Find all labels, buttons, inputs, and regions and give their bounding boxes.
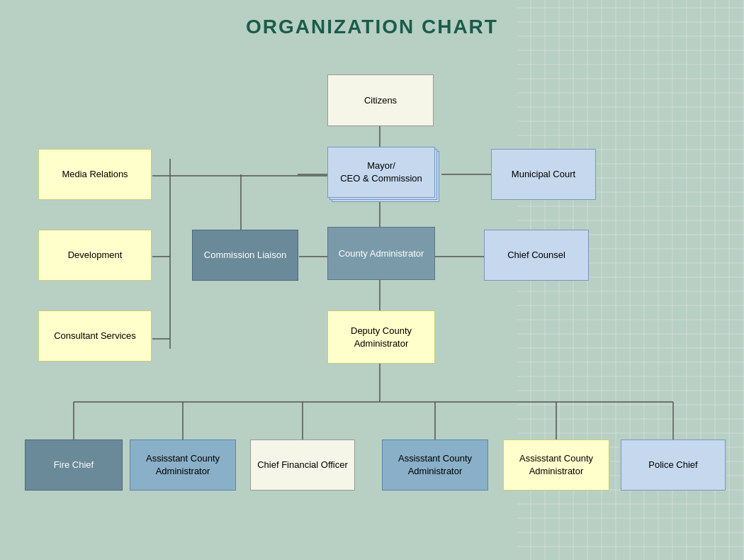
municipal-court-box: Municipal Court (491, 149, 596, 200)
development-label: Development (68, 249, 123, 262)
asst-county-admin2-label: Assisstant County Administrator (388, 452, 482, 477)
police-chief-label: Police Chief (648, 459, 697, 471)
fire-chief-box: Fire Chief (25, 439, 123, 491)
deputy-county-admin-box: Deputy County Administrator (327, 310, 435, 364)
fire-chief-label: Fire Chief (54, 459, 94, 471)
deputy-county-admin-label: Deputy County Administrator (334, 325, 429, 349)
municipal-court-label: Municipal Court (512, 168, 575, 181)
chief-counsel-label: Chief Counsel (507, 249, 565, 262)
chart-container: ORGANIZATION CHART (0, 0, 744, 560)
asst-county-admin1-box: Assisstant County Administrator (130, 439, 236, 491)
media-relations-label: Media Relations (62, 168, 128, 181)
cfo-label: Chief Financial Officer (257, 459, 348, 471)
asst-county-admin3-box: Assisstant County Administrator (503, 439, 609, 491)
cfo-box: Chief Financial Officer (250, 439, 355, 491)
page-title: ORGANIZATION CHART (0, 0, 744, 38)
commission-liaison-label: Commission Liaison (204, 249, 286, 262)
media-relations-box: Media Relations (38, 149, 152, 200)
police-chief-box: Police Chief (621, 439, 726, 491)
asst-county-admin3-label: Assisstant County Administrator (509, 452, 603, 477)
citizens-box: Citizens (327, 74, 434, 126)
county-admin-box: County Administrator (327, 227, 435, 280)
mayor-box: Mayor/CEO & Commission (327, 147, 435, 198)
commission-liaison-box: Commission Liaison (192, 230, 298, 281)
mayor-label: Mayor/CEO & Commission (340, 159, 422, 184)
county-admin-label: County Administrator (339, 247, 424, 260)
citizens-label: Citizens (364, 94, 397, 107)
consultant-services-label: Consultant Services (54, 330, 136, 342)
asst-county-admin1-label: Assisstant County Administrator (136, 452, 230, 477)
consultant-services-box: Consultant Services (38, 310, 152, 362)
chief-counsel-box: Chief Counsel (484, 230, 589, 281)
development-box: Development (38, 230, 152, 281)
asst-county-admin2-box: Assisstant County Administrator (382, 439, 488, 491)
